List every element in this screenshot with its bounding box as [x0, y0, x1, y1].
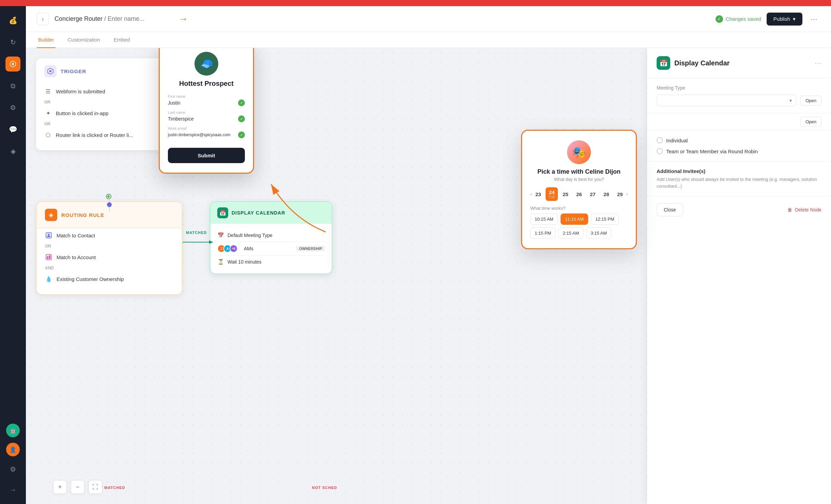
trigger-router-label: Router link is clicked or Router li... [56, 132, 133, 138]
fullscreen-button[interactable]: ⛶ [89, 480, 102, 494]
sidebar-avatar-user[interactable]: 👤 [6, 443, 20, 456]
zoom-in-button[interactable]: + [53, 480, 67, 494]
additional-invitees-section: Additional Invitee(s) Add User(s) who sh… [647, 161, 831, 196]
additional-invitees-title: Additional Invitee(s) [657, 168, 821, 174]
zoom-out-button[interactable]: − [71, 480, 84, 494]
booking-title: Pick a time with Celine Dijon [530, 168, 628, 175]
routing-item-account[interactable]: Match to Account [45, 250, 174, 264]
tabs-bar: Builder Customization Embed [26, 32, 831, 48]
arrow-indicator: → [178, 14, 188, 25]
delete-label: Delete Node [795, 207, 821, 212]
sidebar-icon-money[interactable]: 💰 [5, 13, 20, 28]
cal-wait-icon: ⏳ [217, 258, 224, 265]
time-slot-1015[interactable]: 10:15 AM [530, 214, 558, 225]
display-calendar-node-body: 📅 Default Meeting Type J A +8 AMs OWNERS… [210, 224, 332, 273]
time-slot-1115[interactable]: 11:15 AM [561, 214, 588, 225]
or-label-2: OR [44, 120, 174, 128]
routing-ownership-label: Existing Customer Ownership [57, 276, 124, 282]
cal-days: 23 24 TUE 25 26 27 28 29 [532, 187, 626, 201]
trigger-connector-dot [107, 194, 111, 199]
cal-item-meeting[interactable]: 📅 Default Meeting Type [217, 229, 325, 242]
sidebar-icon-filter[interactable]: ⚙ [5, 100, 20, 115]
publish-chevron: ▾ [793, 16, 796, 22]
submit-button[interactable]: Submit [168, 148, 245, 163]
cal-next-button[interactable]: › [626, 191, 628, 197]
routing-contact-label: Match to Contact [57, 233, 95, 238]
time-slots: 10:15 AM 11:15 AM 12:15 PM 1:15 PM 2:15 … [530, 214, 628, 239]
time-slot-215[interactable]: 2:15 AM [558, 227, 583, 239]
svg-rect-10 [49, 255, 50, 259]
display-calendar-node[interactable]: 📅 DISPLAY CALENDAR 📅 Default Meeting Typ… [210, 201, 332, 274]
routing-item-ownership[interactable]: 💧 Existing Customer Ownership [45, 272, 174, 286]
booking-open-button[interactable]: Open [800, 117, 821, 127]
sidebar-icon-sync[interactable]: ↻ [5, 35, 20, 50]
tab-builder[interactable]: Builder [37, 32, 56, 48]
first-name-check: ✓ [238, 99, 245, 106]
routing-rule-panel: ◈ ROUTING RULE Match to Contact OR [36, 201, 183, 295]
cal-day-28[interactable]: 28 [600, 187, 612, 201]
right-panel-header: 📅 Display Calendar ⋯ [647, 48, 831, 78]
tab-embed[interactable]: Embed [112, 32, 131, 48]
top-bar [0, 0, 831, 6]
email-value: justin.timberspice@spicysaas.com [168, 132, 231, 137]
trigger-item-button[interactable]: ✦ Button is clicked in-app [44, 106, 174, 120]
display-calendar-node-label: DISPLAY CALENDAR [232, 210, 285, 216]
account-icon [45, 253, 52, 261]
cal-day-27[interactable]: 27 [586, 187, 599, 201]
changes-saved-indicator: ✓ Changes saved [716, 15, 761, 23]
radio-round-robin-circle [657, 148, 663, 154]
rp-more-button[interactable]: ⋯ [815, 59, 821, 67]
meeting-type-dropdown[interactable]: ▾ [657, 95, 796, 106]
close-button[interactable]: Close [657, 203, 683, 216]
trigger-webform-label: Webform is submitted [56, 89, 105, 94]
sidebar-icon-chat[interactable]: 💬 [5, 122, 20, 137]
cal-item-ams[interactable]: J A +8 AMs OWNERSHIP [217, 242, 325, 256]
display-calendar-node-icon: 📅 [217, 207, 228, 218]
cal-day-25[interactable]: 25 [559, 187, 571, 201]
individual-label: Individual [666, 138, 688, 143]
delete-node-button[interactable]: 🗑 Delete Node [787, 207, 821, 212]
trigger-item-router[interactable]: ⬡ Router link is clicked or Router li... [44, 128, 174, 142]
sidebar-icon-settings[interactable]: ⚙ [5, 462, 20, 477]
breadcrumb-name: Concierge Router [54, 15, 103, 22]
sidebar-icon-drop[interactable]: ◈ [5, 144, 20, 159]
cal-day-26[interactable]: 26 [573, 187, 585, 201]
routing-and-label: AND [45, 264, 174, 272]
sidebar-avatar-bot[interactable]: 🤖 [6, 424, 20, 437]
display-calendar-node-header: 📅 DISPLAY CALENDAR [210, 202, 332, 224]
publish-label: Publish [773, 16, 790, 22]
sidebar-icon-router[interactable] [5, 57, 20, 72]
radio-round-robin[interactable]: Team or Team Member via Round Robin [657, 148, 821, 154]
svg-rect-8 [46, 254, 51, 260]
prospect-last-name-field: Last name Timberspice ✓ [168, 110, 245, 122]
tab-customization[interactable]: Customization [66, 32, 101, 48]
email-label: Work email [168, 126, 245, 130]
delete-icon: 🗑 [787, 207, 792, 212]
sidebar-icon-expand[interactable]: → [5, 482, 20, 497]
trigger-item-webform[interactable]: ☰ Webform is submitted [44, 84, 174, 98]
rp-type-section: Individual Team or Team Member via Round… [647, 130, 831, 161]
radio-individual[interactable]: Individual [657, 137, 821, 143]
breadcrumb-input[interactable] [108, 15, 176, 22]
booking-popup: 🎭 Pick a time with Celine Dijon What day… [521, 130, 637, 249]
not-sched-label: NOT SCHED [312, 486, 337, 490]
routing-item-contact[interactable]: Match to Contact [45, 228, 174, 242]
left-sidebar: 💰 ↻ ⧉ ⚙ 💬 ◈ 🤖 👤 ⚙ → [0, 6, 26, 504]
cal-item-wait[interactable]: ⏳ Wait 10 minutes [217, 256, 325, 268]
more-options-button[interactable]: ⋯ [808, 13, 820, 25]
email-check: ✓ [238, 131, 245, 138]
sidebar-icon-layers[interactable]: ⧉ [5, 78, 20, 93]
trigger-label: TRIGGER [61, 68, 86, 74]
rp-cal-icon: 📅 [657, 56, 670, 70]
svg-rect-9 [47, 256, 48, 259]
time-slot-315[interactable]: 3:15 AM [586, 227, 611, 239]
publish-button[interactable]: Publish ▾ [767, 13, 802, 26]
meeting-type-open-button[interactable]: Open [800, 96, 821, 106]
cal-day-23[interactable]: 23 [532, 187, 544, 201]
time-slot-115[interactable]: 1:15 PM [530, 227, 555, 239]
cal-day-24[interactable]: 24 TUE [546, 187, 558, 201]
cal-meeting-icon: 📅 [217, 232, 224, 239]
time-slot-1215[interactable]: 12:15 PM [591, 214, 619, 225]
back-button[interactable]: ‹ [37, 13, 49, 25]
cal-day-29[interactable]: 29 [614, 187, 626, 201]
